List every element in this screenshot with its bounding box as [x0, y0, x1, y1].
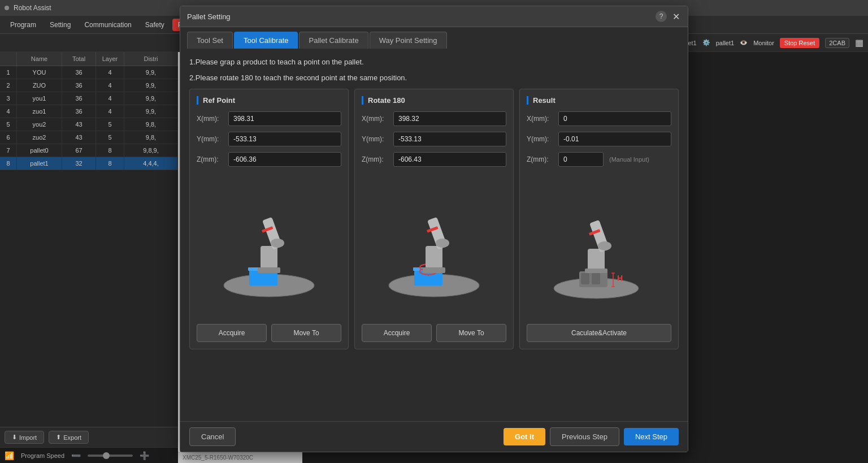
- dialog-footer: Cancel Got it Previous Step Next Step: [180, 421, 688, 452]
- res-y-input[interactable]: [558, 132, 671, 146]
- rot-z-row: Z(mm):: [362, 152, 506, 167]
- result-svg: H: [542, 189, 656, 302]
- dialog-overlay: Pallet Setting ? ✕ Tool Set Tool Calibra…: [0, 52, 868, 463]
- footer-right: Got it Previous Step Next Step: [504, 427, 679, 446]
- rotate-buttons: Accquire Move To: [362, 324, 506, 342]
- rot-accquire-button[interactable]: Accquire: [362, 324, 432, 342]
- svg-rect-14: [426, 246, 442, 269]
- result-buttons: Caculate&Activate: [527, 324, 671, 342]
- res-z-row: Z(mm): (Manual Input): [527, 152, 671, 167]
- ref-x-input[interactable]: [228, 111, 341, 126]
- res-y-row: Y(mm):: [527, 132, 671, 146]
- rot-z-input[interactable]: [393, 152, 506, 167]
- got-it-button[interactable]: Got it: [504, 428, 545, 445]
- ref-z-label: Z(mm):: [197, 155, 225, 163]
- rot-x-row: X(mm):: [362, 111, 506, 126]
- ref-point-panel: Ref Point X(mm): Y(mm): Z(mm):: [189, 89, 349, 349]
- rot-z-label: Z(mm):: [362, 155, 390, 163]
- app-body: Name Total Layer Distri 1 YOU 36 4 9,9, …: [0, 52, 868, 463]
- ref-point-illustration: [197, 178, 341, 314]
- svg-rect-7: [258, 267, 280, 273]
- footer-left: Cancel: [189, 427, 236, 446]
- result-title: Result: [527, 96, 671, 105]
- svg-point-17: [436, 239, 449, 248]
- svg-rect-3: [261, 246, 277, 269]
- svg-rect-18: [423, 267, 445, 273]
- svg-rect-22: [592, 273, 600, 284]
- rot-x-input[interactable]: [393, 111, 506, 126]
- ref-point-svg: [212, 189, 326, 302]
- ref-z-row: Z(mm):: [197, 152, 341, 167]
- res-x-label: X(mm):: [527, 115, 555, 123]
- calculate-activate-button[interactable]: Caculate&Activate: [527, 324, 671, 342]
- rotate-180-title: Rotate 180: [362, 96, 506, 105]
- app-window: Robot Assist Program Setting Communicati…: [0, 0, 868, 463]
- res-x-row: X(mm):: [527, 111, 671, 126]
- res-z-note: (Manual Input): [609, 156, 649, 163]
- ref-x-label: X(mm):: [197, 115, 225, 123]
- svg-rect-31: [585, 269, 607, 273]
- rot-y-label: Y(mm):: [362, 135, 390, 143]
- res-y-label: Y(mm):: [527, 135, 555, 143]
- ref-move-to-button[interactable]: Move To: [271, 324, 341, 342]
- ref-point-buttons: Accquire Move To: [197, 324, 341, 342]
- ref-x-row: X(mm):: [197, 111, 341, 126]
- res-x-input[interactable]: [558, 111, 671, 126]
- next-step-button[interactable]: Next Step: [624, 428, 679, 445]
- res-z-input[interactable]: [558, 152, 604, 167]
- dialog-body: 1.Please grap a product to teach a point…: [180, 52, 688, 421]
- rotate-svg: [377, 189, 491, 302]
- result-illustration: H: [527, 178, 671, 314]
- ref-y-input[interactable]: [228, 132, 341, 146]
- rot-move-to-button[interactable]: Move To: [436, 324, 506, 342]
- res-z-label: Z(mm):: [527, 155, 555, 163]
- svg-point-6: [271, 239, 284, 248]
- rotate-180-panel: Rotate 180 X(mm): Y(mm): Z(mm):: [354, 89, 514, 349]
- three-columns: Ref Point X(mm): Y(mm): Z(mm):: [189, 89, 679, 349]
- rot-y-input[interactable]: [393, 132, 506, 146]
- ref-y-row: Y(mm):: [197, 132, 341, 146]
- ref-point-title: Ref Point: [197, 96, 341, 105]
- ref-accquire-button[interactable]: Accquire: [197, 324, 267, 342]
- svg-rect-21: [581, 273, 589, 284]
- rotate-illustration: [362, 178, 506, 314]
- ref-y-label: Y(mm):: [197, 135, 225, 143]
- rot-x-label: X(mm):: [362, 115, 390, 123]
- previous-step-button[interactable]: Previous Step: [550, 427, 619, 446]
- ref-z-input[interactable]: [228, 152, 341, 167]
- rot-y-row: Y(mm):: [362, 132, 506, 146]
- result-panel: Result X(mm): Y(mm): Z(mm):: [519, 89, 679, 349]
- svg-rect-27: [588, 249, 605, 270]
- dialog: Pallet Setting ? ✕ Tool Set Tool Calibra…: [180, 52, 688, 452]
- cancel-button[interactable]: Cancel: [189, 427, 236, 446]
- instruction-2: 2.Please rotate 180 to teach the second …: [189, 72, 679, 84]
- instruction-1: 1.Please grap a product to teach a point…: [189, 57, 679, 68]
- svg-point-30: [598, 241, 611, 250]
- svg-text:H: H: [617, 274, 623, 283]
